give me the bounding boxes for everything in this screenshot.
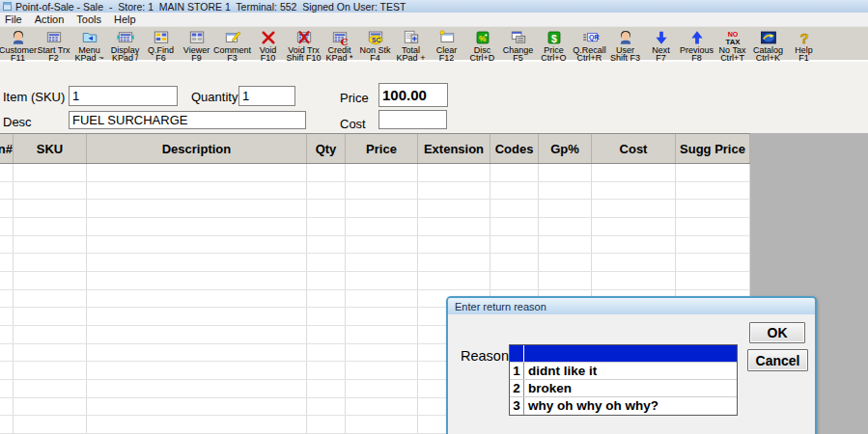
table-cell [346,236,418,254]
table-cell [87,380,307,397]
table-cell [539,218,592,235]
table-cell [14,416,87,433]
toolbar-button-start-trx[interactable]: Start TrxF2 [36,27,71,62]
table-cell [346,416,418,433]
toolbar-button-void-trx[interactable]: Void TrxShift F10 [286,27,322,62]
quantity-input[interactable] [238,86,295,106]
table-cell [346,254,418,271]
window-title: Point-of-Sale - Sale - Store: 1 MAIN STO… [15,1,406,13]
table-cell [490,218,539,235]
reason-option[interactable]: 1didnt like it [510,363,737,380]
toolbar-button-user[interactable]: UserShift F3 [607,27,643,62]
toolbar-button-shortcut: F8 [691,54,702,62]
menu-item-action[interactable]: Action [35,14,65,25]
toolbar-button-shortcut: KPad + [397,54,426,62]
price-input[interactable] [378,83,448,107]
toolbar-button-shortcut: Ctrl+D [470,54,495,62]
toolbar-button-help[interactable]: ?HelpF1 [786,27,822,62]
table-cell [0,254,14,271]
table-cell [307,218,346,235]
table-cell [592,218,676,235]
reason-option[interactable] [510,345,737,363]
grid-header-row: Ln#SKUDescriptionQtyPriceExtensionCodesG… [0,133,750,164]
reason-list[interactable]: 1didnt like it2broken3why oh why oh why? [509,344,738,416]
cost-input[interactable] [378,110,447,129]
table-cell [87,236,307,254]
toolbar-button-no-tax[interactable]: NOTAXNo TaxCtrl+T [714,27,750,62]
toolbar-button-next[interactable]: NextF7 [643,27,679,62]
column-header-qty: Qty [307,134,346,163]
toolbar-button-comment[interactable]: CommentF3 [214,27,250,62]
table-cell [0,416,14,433]
table-cell [14,398,87,416]
table-cell [346,182,418,200]
toolbar-button-display[interactable]: DisplayKPad / [107,27,143,62]
table-cell [676,164,750,181]
cancel-button[interactable]: Cancel [747,349,808,371]
table-cell [0,308,14,325]
toolbar-button-q-recall[interactable]: QRQ.RecallCtrl+R [572,27,607,62]
toolbar-button-q-find[interactable]: Q.FindF6 [143,27,179,62]
table-cell [307,308,346,325]
table-cell [87,290,307,308]
toolbar-button-credit[interactable]: CCreditKPad * [322,27,357,62]
quick-find-icon [152,29,171,46]
dialog-titlebar[interactable]: Enter return reason [448,298,815,314]
toolbar-button-shortcut: Ctrl+R [577,54,602,62]
table-cell [490,236,539,254]
table-cell [0,326,14,343]
toolbar-button-catalog[interactable]: CatalogCtrl+K [750,27,786,62]
price-icon: $ [545,29,564,46]
ok-button[interactable]: OK [749,322,805,343]
table-cell [592,164,676,181]
menu-item-file[interactable]: File [5,14,22,25]
table-cell [307,236,346,254]
table-cell [14,164,87,181]
toolbar-button-viewer[interactable]: ViewerF9 [179,27,214,62]
toolbar-button-shortcut: F2 [48,54,59,62]
display-keypad-icon [116,29,135,46]
toolbar-button-disc[interactable]: %DiscCtrl+D [464,27,500,62]
reason-option-text: didnt like it [524,363,597,379]
change-icon [509,29,528,46]
reason-option[interactable]: 2broken [510,380,737,397]
toolbar-button-shortcut: Shift F3 [610,54,640,62]
column-header-extension: Extension [418,134,490,163]
table-cell [346,326,418,343]
table-cell [418,272,490,289]
table-cell [418,236,490,254]
table-row [0,200,750,218]
toolbar-button-previous[interactable]: PreviousF8 [679,27,714,62]
table-cell [87,362,307,379]
toolbar-button-customer[interactable]: CustomerF11 [0,27,36,62]
table-cell [539,236,592,254]
table-cell [307,182,346,200]
column-header-codes: Codes [490,134,539,163]
table-cell [346,308,418,325]
toolbar-button-change[interactable]: ChangeF5 [500,27,536,62]
table-cell [14,272,87,289]
toolbar-button-clear[interactable]: ClearF12 [429,27,464,62]
table-cell [592,272,676,289]
toolbar-button-total[interactable]: TotalKPad + [393,27,429,62]
toolbar-button-price[interactable]: $PriceCtrl+O [536,27,572,62]
item-sku-input[interactable] [69,86,178,106]
table-cell [539,272,592,289]
table-cell [0,362,14,379]
toolbar-button-shortcut: Shift F10 [286,54,321,62]
toolbar-button-void[interactable]: VoidF10 [250,27,286,62]
table-cell [14,308,87,325]
menu-item-tools[interactable]: Tools [76,14,101,25]
table-row [0,218,750,236]
toolbar-button-non-stk[interactable]: SCNon StkF4 [357,27,393,62]
reason-option[interactable]: 3why oh why oh why? [510,397,737,415]
credit-icon: C [330,29,350,46]
desc-input[interactable] [69,111,306,129]
menu-item-help[interactable]: Help [114,14,136,25]
table-cell [0,182,14,200]
toolbar-button-shortcut: F1 [798,54,809,62]
table-cell [87,398,307,416]
toolbar-button-menu[interactable]: MenuKPad ~ [71,27,107,62]
total-icon [402,29,421,46]
reason-option-number: 2 [510,380,524,396]
